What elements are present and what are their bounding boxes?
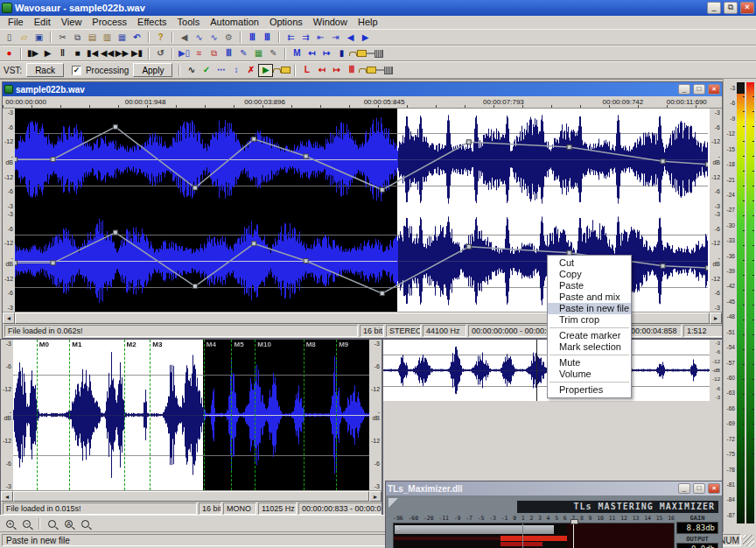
marker[interactable]: M8 <box>304 340 304 490</box>
menu-item[interactable]: File <box>3 17 29 28</box>
marker[interactable]: M9 <box>336 340 337 490</box>
vst-monitor-button[interactable]: ▶ <box>258 64 273 77</box>
plugin-minimize-button[interactable]: _ <box>678 483 690 494</box>
insert-file-icon[interactable]: ▶▯ <box>177 47 192 60</box>
wrench-icon[interactable]: ⚙ <box>221 31 236 44</box>
region-left-icon[interactable]: ↤ <box>314 64 329 77</box>
menu-item[interactable]: Tools <box>172 17 206 28</box>
marker-add-icon[interactable]: M <box>290 47 304 60</box>
region-right-icon[interactable]: ↦ <box>329 64 344 77</box>
marker[interactable]: M2 <box>124 340 125 490</box>
time-ruler[interactable]: 00:00:00:00000:00:01:94800:00:03:89600:0… <box>3 96 722 109</box>
envelope-curve-icon[interactable]: ∿ <box>184 64 199 77</box>
grid-icon[interactable]: ▦ <box>251 47 266 60</box>
processing-checkbox[interactable]: ✓ <box>72 66 81 75</box>
rewind-button[interactable]: ◀◀ <box>100 47 115 60</box>
speaker-icon[interactable]: ◀ <box>177 31 192 44</box>
help-icon[interactable]: ? <box>153 31 168 44</box>
zoom-in-button[interactable]: + <box>2 516 18 530</box>
copy-icon[interactable]: ⧉ <box>70 31 85 44</box>
context-menu-item[interactable]: Mark selection <box>548 341 631 353</box>
stop-button[interactable]: ■ <box>70 47 85 60</box>
close-button[interactable]: × <box>740 2 754 14</box>
play-cursor-button[interactable]: ▮▶ <box>25 47 40 60</box>
menu-item[interactable]: Edit <box>29 17 56 28</box>
marker-right-icon[interactable]: ↦ <box>319 47 334 60</box>
menu-item[interactable]: View <box>56 17 88 28</box>
envelope-red-icon[interactable]: ≈ <box>192 47 206 60</box>
scroll-thumb[interactable] <box>13 491 369 502</box>
zoom-sel-right-icon[interactable]: ⇉ <box>298 31 313 44</box>
scroll-left-arrow[interactable]: ◂ <box>3 313 15 324</box>
plugin-maximize-button[interactable]: □ <box>693 483 705 494</box>
resize-grip[interactable] <box>743 535 754 546</box>
envelope-points-icon[interactable]: ⋯ <box>214 64 228 77</box>
menu-item[interactable]: Options <box>264 17 308 28</box>
shrink-wave-icon[interactable]: Ⅲ <box>245 31 260 44</box>
expand-wave-icon[interactable]: Ⅲ <box>260 31 275 44</box>
doc-minimize-button[interactable]: _ <box>678 84 690 95</box>
envelope-delete-icon[interactable]: ✗ <box>243 64 258 77</box>
doc1-titlebar[interactable]: sample022b.wav _ □ × <box>3 82 722 96</box>
vst-lock-icon[interactable] <box>273 64 290 77</box>
cut-icon[interactable]: ✂ <box>55 31 70 44</box>
save-file-icon[interactable]: ▣ <box>32 31 46 44</box>
extend-left-icon[interactable]: ⇤ <box>313 31 328 44</box>
new-file-icon[interactable]: ▯ <box>2 31 17 44</box>
envelope-apply-icon[interactable]: ✓ <box>199 64 214 77</box>
zoom-vertical-button[interactable] <box>77 516 94 530</box>
marker[interactable]: M0 <box>37 340 38 490</box>
scroll-right-arrow[interactable]: ▸ <box>710 313 722 324</box>
plugin-titlebar[interactable]: TLs_Maximizer.dll _ □ × <box>386 481 722 495</box>
marker[interactable]: M10 <box>255 340 256 490</box>
context-menu-item[interactable]: Properties <box>548 384 631 396</box>
context-menu-item[interactable]: Paste and mix <box>548 292 631 303</box>
go-start-button[interactable]: ▮◀ <box>85 47 100 60</box>
marker-lock-icon[interactable] <box>349 47 367 60</box>
routing-icon-1[interactable]: ∿ <box>192 31 206 44</box>
context-menu-item[interactable]: Create marker <box>548 330 631 341</box>
context-menu-item[interactable]: Mute <box>548 357 631 369</box>
plugin-close-button[interactable]: × <box>708 483 720 494</box>
paste-icon[interactable]: ▤ <box>85 31 100 44</box>
envelope-vertical-icon[interactable]: ↕ <box>228 64 243 77</box>
pencil-icon[interactable]: ✎ <box>266 47 281 60</box>
copy-channels-icon[interactable]: ⧉ <box>206 47 221 60</box>
zoom-out-button[interactable]: − <box>18 516 35 530</box>
zoom-selection-button[interactable] <box>44 516 60 530</box>
forward-button[interactable]: ▶▶ <box>115 47 130 60</box>
undo-icon[interactable]: ↶ <box>130 31 144 44</box>
loop-point-icon[interactable]: L <box>299 64 314 77</box>
region-lock-icon[interactable] <box>359 64 376 77</box>
waveform-view-markers[interactable]: M0M1M2M3M4M5M10M8M9 <box>13 340 369 490</box>
horizontal-scrollbar[interactable]: ◂ ▸ <box>1 490 382 502</box>
context-menu-item[interactable]: Paste in new file <box>548 303 631 314</box>
menu-item[interactable]: Effects <box>132 17 172 28</box>
main-titlebar[interactable]: Wavosaur - sample022b.wav _ ⧉ × <box>0 0 756 16</box>
marker-left-icon[interactable]: ↤ <box>304 47 319 60</box>
rack-button[interactable]: Rack <box>26 63 64 77</box>
zoom-sel-left-icon[interactable]: ⇇ <box>284 31 298 44</box>
marker[interactable]: M5 <box>231 340 232 490</box>
sel-prev-icon[interactable]: ◀ <box>343 31 358 44</box>
context-menu-item[interactable]: Trim crop <box>548 314 631 326</box>
marker[interactable]: M4 <box>204 340 205 490</box>
scroll-left-arrow[interactable]: ◂ <box>1 491 13 502</box>
marker-trash-icon[interactable] <box>367 47 383 60</box>
routing-icon-2[interactable]: ∿ <box>206 31 221 44</box>
paste-special-icon[interactable]: ▥ <box>100 31 115 44</box>
menu-item[interactable]: Window <box>308 17 353 28</box>
markers-red-icon[interactable]: Ⅲ <box>344 64 359 77</box>
play-button[interactable]: ▶ <box>40 47 55 60</box>
scroll-right-arrow[interactable]: ▸ <box>369 491 382 502</box>
marker[interactable]: M3 <box>150 340 150 490</box>
extend-right-icon[interactable]: ⇥ <box>328 31 343 44</box>
context-menu-item[interactable]: Paste <box>548 280 631 292</box>
context-menu-item[interactable]: Cut <box>548 257 631 269</box>
context-menu-item[interactable]: Copy <box>548 269 631 280</box>
gain-value[interactable]: 8.83db <box>676 522 718 534</box>
interleave-icon[interactable]: Ⅲ <box>221 47 236 60</box>
gain-cursor-handle[interactable] <box>573 521 574 548</box>
record-button[interactable]: ● <box>2 47 17 60</box>
pause-button[interactable]: ‖ <box>55 47 70 60</box>
